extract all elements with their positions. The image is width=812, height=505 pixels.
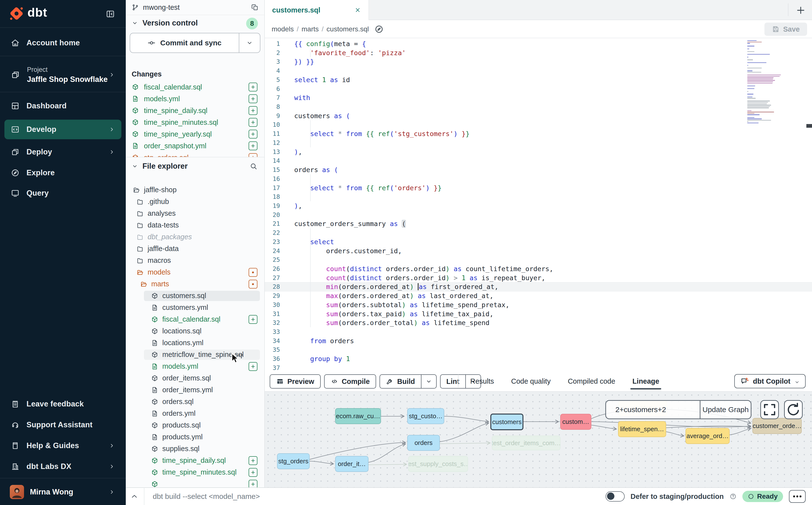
explore-compass-icon[interactable] [374, 24, 384, 34]
build-button[interactable]: Build [379, 374, 437, 388]
tree-item-locations.yml[interactable]: locations.yml [126, 337, 264, 349]
code-line-2[interactable]: 2 'favorite_food': 'pizza' [265, 48, 812, 57]
code-line-10[interactable]: 10 [265, 120, 812, 129]
fullscreen-button[interactable] [760, 400, 779, 419]
code-line-11[interactable]: 11 select * from {{ ref('stg_customers')… [265, 129, 812, 138]
commit-and-sync-button[interactable]: Commit and sync [130, 33, 261, 53]
code-line-13[interactable]: 13), [265, 147, 812, 156]
sidebar-item-dbt-labs-dx[interactable]: dbt Labs DX [4, 457, 121, 476]
code-line-15[interactable]: 15orders as ( [265, 165, 812, 174]
sidebar-item-help-guides[interactable]: Help & Guides [4, 436, 121, 456]
tree-item-supplies.sql[interactable]: supplies.sql [126, 443, 264, 455]
lineage-node-cpink[interactable]: custom… [560, 414, 591, 430]
tree-item-time_spine_daily.sql[interactable]: time_spine_daily.sql+ [126, 455, 264, 467]
code-line-31[interactable]: 31 sum(orders.tax_paid) as lifetime_tax_… [265, 309, 812, 318]
sidebar-item-account-home[interactable]: Account home [4, 33, 121, 53]
code-line-21[interactable]: 21customer_orders_summary as ( [265, 219, 812, 228]
tree-item-orders.sql[interactable]: orders.sql [126, 396, 264, 408]
chevron-down-icon[interactable] [132, 20, 138, 26]
command-input[interactable]: dbt build --select <model_name> [153, 492, 260, 501]
stage-file-button[interactable]: + [249, 118, 258, 127]
tree-item-jaffle-data[interactable]: jaffle-data [126, 243, 264, 255]
code-line-20[interactable]: 20 [265, 210, 812, 219]
sidebar-item-develop[interactable]: Develop [4, 120, 121, 139]
sidebar-item-project[interactable]: Project Jaffle Shop Snowflake [4, 59, 121, 91]
code-line-3[interactable]: 3}) }} [265, 57, 812, 66]
stage-file-button[interactable]: + [249, 315, 258, 324]
tree-item-cut-row[interactable]: + [126, 478, 264, 487]
code-line-7[interactable]: 7with [265, 93, 812, 102]
status-badge[interactable]: Ready [743, 491, 783, 502]
code-line-8[interactable]: 8 [265, 102, 812, 111]
close-icon[interactable] [354, 7, 361, 13]
refresh-button[interactable] [784, 400, 803, 419]
chevron-down-icon[interactable] [132, 163, 138, 169]
lineage-graph[interactable]: count_lifetim…test_order_items_com…test_… [265, 392, 812, 487]
commit-options-button[interactable] [239, 33, 260, 52]
code-line-26[interactable]: 26 count(distinct orders.order_id) as co… [265, 264, 812, 273]
tree-item-jaffle-shop[interactable]: jaffle-shop [126, 184, 264, 196]
changed-file-time_spine_daily.sql[interactable]: time_spine_daily.sql+ [126, 105, 264, 117]
code-line-28[interactable]: 28 min(orders.ordered_at) as first_order… [265, 282, 812, 291]
lineage-node-ecom[interactable]: ecom.raw_cu… [335, 408, 381, 424]
sidebar-item-leave-feedback[interactable]: Leave feedback [4, 394, 121, 414]
compile-button[interactable]: Compile [324, 374, 376, 388]
lineage-node-tsc[interactable]: test_supply_costs_s… [408, 456, 468, 472]
code-line-12[interactable]: 12 [265, 138, 812, 147]
new-tab-button[interactable] [795, 5, 806, 16]
lineage-node-avg[interactable]: average_ord… [685, 428, 729, 444]
lineage-selector-input[interactable]: 2+customers+2 [606, 401, 700, 418]
code-line-37[interactable]: 37 [265, 363, 812, 371]
code-line-1[interactable]: 1{{ config(meta = { [265, 39, 812, 48]
stage-file-button[interactable]: + [249, 142, 258, 150]
sidebar-item-support-assistant[interactable]: Support Assistant [4, 415, 121, 435]
tab-results[interactable]: Results [470, 371, 494, 391]
tree-item-dbt_packages[interactable]: dbt_packages [126, 231, 264, 243]
changed-file-models.yml[interactable]: models.yml+ [126, 93, 264, 105]
sidebar-item-explore[interactable]: Explore [4, 163, 121, 183]
stage-file-button[interactable]: + [249, 130, 258, 139]
changed-file-time_spine_yearly.sql[interactable]: time_spine_yearly.sql+ [126, 128, 264, 140]
tree-item-order_items.yml[interactable]: order_items.yml [126, 384, 264, 396]
code-line-25[interactable]: 25 [265, 255, 812, 264]
tree-item-customers.sql[interactable]: customers.sql [126, 290, 264, 302]
minimap[interactable] [747, 40, 791, 119]
tree-item-marts[interactable]: marts• [126, 278, 264, 290]
lineage-node-oit[interactable]: order_it… [335, 456, 368, 472]
code-line-29[interactable]: 29 max(orders.ordered_at) as last_ordere… [265, 291, 812, 300]
code-line-17[interactable]: 17 select * from {{ ref('orders') }} [265, 183, 812, 192]
defer-toggle[interactable] [606, 491, 625, 502]
build-options-button[interactable] [421, 375, 436, 388]
code-line-27[interactable]: 27 count(distinct orders.order_id) > 1 a… [265, 273, 812, 283]
changed-file-fiscal_calendar.sql[interactable]: fiscal_calendar.sql+ [126, 81, 264, 93]
tree-item-locations.sql[interactable]: locations.sql [126, 325, 264, 337]
stage-file-button[interactable]: + [249, 95, 258, 103]
help-question-icon[interactable] [729, 493, 737, 500]
sidebar-item-query[interactable]: Query [4, 183, 121, 203]
code-line-19[interactable]: 19), [265, 201, 812, 210]
breadcrumb-item[interactable]: models [272, 25, 294, 33]
stage-file-button[interactable]: + [249, 82, 258, 92]
tree-item-time_spine_minutes.sql[interactable]: time_spine_minutes.sql+ [126, 467, 264, 478]
changed-file-order_snapshot.yml[interactable]: order_snapshot.yml+ [126, 140, 264, 152]
copy-icon[interactable] [251, 4, 259, 11]
code-line-9[interactable]: 9customers as ( [265, 111, 812, 120]
tab-compiled-code[interactable]: Compiled code [568, 371, 615, 391]
lineage-node-cust[interactable]: customers [490, 413, 523, 430]
tree-item-metricflow_time_spine.sql[interactable]: metricflow_time_spine.sql [126, 349, 264, 361]
stage-file-button[interactable]: + [249, 480, 258, 487]
code-line-32[interactable]: 32 sum(orders.order_total) as lifetime_s… [265, 318, 812, 327]
changed-file-stg_orders.sql[interactable]: stg_orders.sql+ [126, 152, 264, 157]
tree-item-order_items.sql[interactable]: order_items.sql [126, 372, 264, 384]
save-button[interactable]: Save [765, 23, 807, 36]
tree-item-orders.yml[interactable]: orders.yml [126, 408, 264, 419]
lineage-node-toi[interactable]: test_order_items_com… [492, 436, 560, 450]
tree-item-products.yml[interactable]: products.yml [126, 431, 264, 443]
code-line-14[interactable]: 14 [265, 156, 812, 165]
code-line-35[interactable]: 35 [265, 345, 812, 354]
code-line-6[interactable]: 6 [265, 84, 812, 94]
tree-item-customers.yml[interactable]: customers.yml [126, 302, 264, 314]
code-line-33[interactable]: 33 [265, 327, 812, 336]
more-options-button[interactable] [789, 490, 806, 503]
collapse-sidebar-icon[interactable] [106, 9, 115, 19]
